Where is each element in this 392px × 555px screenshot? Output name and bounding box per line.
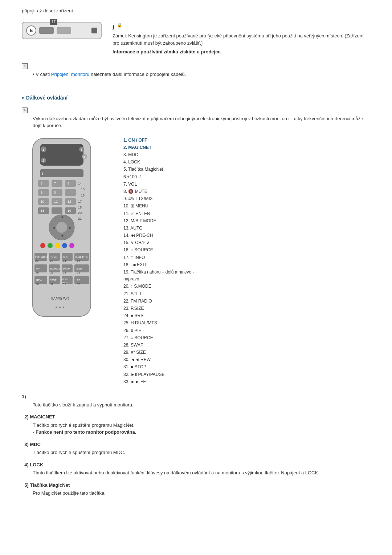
port-right xyxy=(57,27,71,34)
desc-item-5: 5) Tlačítka MagicNet Pro MagicNet použij… xyxy=(22,482,370,497)
desc-num-2: 2) MAGICNET xyxy=(22,413,370,421)
desc-item-3: 3) MDC Tlačítko pro rychlé spuštění prog… xyxy=(22,441,370,456)
port-left xyxy=(39,27,54,34)
svg-text:28: 28 xyxy=(63,271,66,274)
legend-item-4: 4. LOCK xyxy=(123,159,370,166)
legend-item-2: 2. MAGICNET xyxy=(123,144,370,151)
legend-item-22: 22. FM RADIO xyxy=(123,298,370,305)
svg-rect-23 xyxy=(52,189,62,196)
svg-point-50 xyxy=(62,243,67,248)
svg-text:27: 27 xyxy=(50,271,53,274)
legend-item-23: 23. P.SIZE xyxy=(123,305,370,312)
svg-text:STOP: STOP xyxy=(50,279,57,281)
legend-item-11: 11. ⏎ ENTER xyxy=(123,210,370,217)
kensington-info: ) 🔒 Zámek Kensington je zařízení používa… xyxy=(113,22,370,56)
svg-text:◄: ◄ xyxy=(52,225,56,230)
legend-item-30: 30. ◄◄ REW xyxy=(123,356,370,363)
svg-text:PIP: PIP xyxy=(36,267,41,270)
svg-text:14: 14 xyxy=(78,182,82,185)
desc-text-1: Toto tlačítko slouží k zapnutí a vypnutí… xyxy=(33,401,370,409)
svg-text:DUAL/MTS: DUAL/MTS xyxy=(75,256,88,258)
e-circle: E xyxy=(26,25,36,36)
legend-item-33: 33. ►► FF xyxy=(123,378,370,385)
svg-text:1: 1 xyxy=(42,148,44,151)
desc-num-4: 4) LOCK xyxy=(22,461,370,469)
svg-text:►: ► xyxy=(68,225,73,230)
legend-item-17: 17. □ INFO xyxy=(123,254,370,261)
svg-rect-25 xyxy=(65,189,76,196)
svg-rect-86 xyxy=(74,276,89,284)
device-section: E 17 ) 🔒 Zámek Kensington je zařízení po… xyxy=(22,22,370,56)
svg-text:8: 8 xyxy=(68,182,69,185)
svg-text:▼: ▼ xyxy=(60,234,65,239)
device-image: E 17 xyxy=(22,22,102,39)
note2-icon: ✎ xyxy=(22,108,28,113)
desc-text-4: Tímto tlačítkem lze aktivovat nebo deakt… xyxy=(33,469,370,477)
desc-item-1: 1) Toto tlačítko slouží k zapnutí a vypn… xyxy=(22,393,370,408)
note2-box: ✎ xyxy=(22,107,370,113)
svg-point-48 xyxy=(48,243,53,248)
svg-text:31: 31 xyxy=(50,283,53,286)
legend-item-18: 18. · ■ EXIT xyxy=(123,262,370,268)
legend-item-32: 32. ►ll PLAY/PAUSE xyxy=(123,371,370,378)
legend-item-21: 21. STILL xyxy=(123,291,370,297)
desc-text-3: Tlačítko pro rychlé spuštění programu MD… xyxy=(33,449,370,456)
svg-rect-21 xyxy=(38,189,49,196)
svg-text:2: 2 xyxy=(42,159,44,162)
legend-item-29: 29. ≡° SIZE xyxy=(123,349,370,356)
svg-text:12: 12 xyxy=(68,200,71,203)
svg-text:33: 33 xyxy=(77,283,80,286)
desc-item-2: 2) MAGICNET Tlačítko pro rychlé spuštění… xyxy=(22,413,370,436)
svg-point-42 xyxy=(56,222,67,233)
legend-item-19: 19. Tlačítka nahoru – dolů a nalevo -nap… xyxy=(123,269,370,283)
legend-item-9: 9. ≡✎ TTX/MIX xyxy=(123,195,370,202)
legend-item-8: 8. 🔇 MUTE xyxy=(123,188,370,195)
svg-text:6: 6 xyxy=(41,182,42,185)
legend-item-14: 14. ⏮ PRE-CH xyxy=(123,232,370,239)
desc-text-5: Pro MagicNet použijte tato tlačítka. xyxy=(33,490,370,497)
note2-item: Výkon dálkového ovládání může být ovlivn… xyxy=(33,115,370,129)
svg-text:11: 11 xyxy=(54,200,58,203)
desc-item-4: 4) LOCK Tímto tlačítkem lze aktivovat ne… xyxy=(22,461,370,477)
legend-item-20: 20. ↕ S.MODE xyxy=(123,283,370,290)
svg-text:24: 24 xyxy=(63,259,66,263)
svg-text:PLAY/: PLAY/ xyxy=(62,278,68,280)
desc-text-2a: Tlačítko pro rychlé spuštění programu Ma… xyxy=(33,422,370,429)
kensington-title: ) 🔒 xyxy=(113,22,370,31)
svg-text:13: 13 xyxy=(41,209,44,212)
device-img-box: E 17 xyxy=(22,22,102,39)
legend-item-10: 10. ⊞ MENU xyxy=(123,203,370,210)
svg-rect-1 xyxy=(40,144,83,166)
svg-text:29: 29 xyxy=(77,271,80,274)
legend-item-25: 25. H DUAL/MTS xyxy=(123,320,370,327)
svg-text:15: 15 xyxy=(81,187,85,191)
remote-image: 1 2 3 4 5 6 7 8 14 15 16 9 xyxy=(22,137,109,328)
svg-point-92 xyxy=(63,307,64,308)
svg-rect-10 xyxy=(40,169,83,177)
svg-text:26: 26 xyxy=(36,271,39,274)
monitor-link[interactable]: Připojení monitoru xyxy=(51,72,90,77)
legend-item-1: 1. ON / OFF xyxy=(123,137,370,144)
legend-item-15: 15. ∨ CH/P ∧ xyxy=(123,239,370,246)
svg-point-49 xyxy=(55,243,60,248)
legend-item-31: 31. ■ STOP xyxy=(123,364,370,370)
svg-text:25: 25 xyxy=(77,259,80,263)
svg-text:7: 7 xyxy=(54,182,56,185)
svg-text:SRS: SRS xyxy=(63,256,69,258)
svg-text:SOURCE: SOURCE xyxy=(49,267,60,270)
legend-item-7: 7. VOL xyxy=(123,181,370,188)
svg-text:21: 21 xyxy=(78,217,82,220)
svg-text:3: 3 xyxy=(81,148,82,151)
svg-text:FM RADIO: FM RADIO xyxy=(35,256,48,258)
svg-rect-16 xyxy=(65,180,76,187)
desc-text-2b: - Funkce není pro tento monitor podporov… xyxy=(33,429,370,436)
intro-text: připojit až deset zařízení. xyxy=(22,7,370,15)
svg-text:17: 17 xyxy=(78,200,82,203)
svg-text:▲: ▲ xyxy=(60,214,65,219)
desc-num-5: 5) Tlačítka MagicNet xyxy=(22,482,370,489)
svg-text:22: 22 xyxy=(35,259,38,263)
svg-text:0: 0 xyxy=(54,191,56,194)
desc-num-3: 3) MDC xyxy=(22,441,370,448)
legend-item-3: 3. MDC xyxy=(123,151,370,158)
svg-text:5: 5 xyxy=(42,172,44,175)
